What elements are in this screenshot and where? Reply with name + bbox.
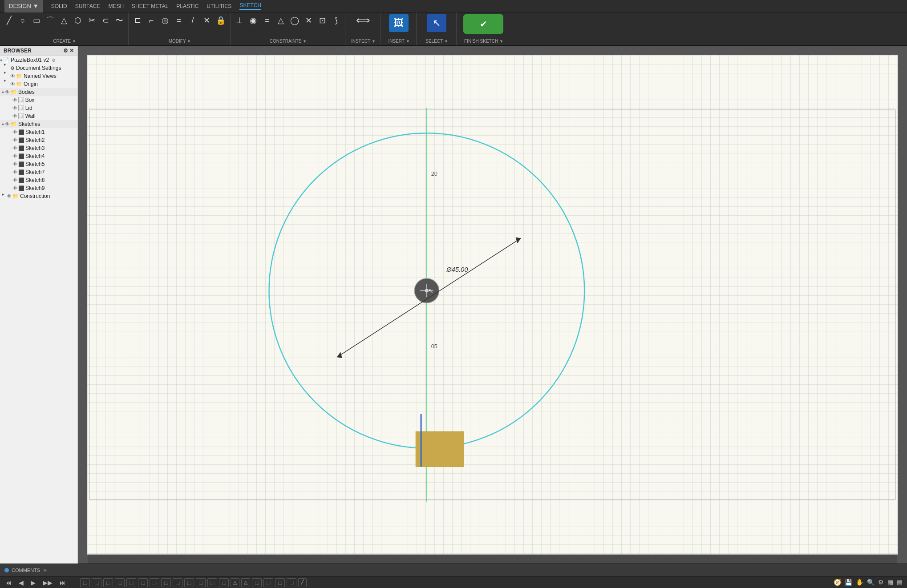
box-label: Box	[25, 97, 35, 103]
arc-tool[interactable]: ⌒	[44, 14, 57, 27]
tab-sketch[interactable]: SKETCH	[239, 2, 261, 10]
status-save[interactable]: 💾	[845, 579, 852, 586]
timeline-tool-19[interactable]: ⬚	[287, 578, 296, 587]
timeline-tool-11[interactable]: ⬚	[196, 578, 206, 587]
insert-tool[interactable]: 🖼	[389, 14, 409, 32]
sidebar-item-sketch8[interactable]: 👁 ⬛ Sketch8	[0, 176, 77, 184]
timeline-tool-9[interactable]: ⬚	[173, 578, 182, 587]
equal-tool[interactable]: =	[173, 14, 185, 27]
origin-arrow: ▾	[2, 80, 7, 89]
timeline-next[interactable]: ▶▶	[41, 578, 54, 587]
sidebar-item-sketch9[interactable]: 👁 ⬛ Sketch9	[0, 184, 77, 192]
timeline-tool-4[interactable]: ⬚	[115, 578, 125, 587]
sketch2-eye: 👁	[12, 137, 17, 143]
status-gear[interactable]: ⚙	[878, 579, 884, 586]
timeline-prev[interactable]: ◀	[17, 578, 25, 587]
settings-icon[interactable]: ⚙	[52, 58, 56, 63]
timeline-tool-2[interactable]: ⬚	[92, 578, 101, 587]
constraint5-tool[interactable]: ◯	[288, 14, 301, 27]
svg-text:20: 20	[431, 170, 437, 177]
timeline-end[interactable]: ⏭	[58, 578, 68, 587]
timeline-tool-15[interactable]: △	[241, 578, 250, 587]
trim-tool[interactable]: ✂	[85, 14, 98, 27]
sidebar-item-wall[interactable]: 👁 □ Wall	[0, 112, 77, 120]
constraint2-tool[interactable]: ◉	[247, 14, 259, 27]
fillet-tool[interactable]: ⌐	[145, 14, 158, 27]
status-hand[interactable]: ✋	[856, 579, 863, 586]
timeline-tool-16[interactable]: ⬚	[252, 578, 262, 587]
timeline-tool-1[interactable]: ⬚	[80, 578, 90, 587]
sketch7-icon: ⬛	[18, 169, 24, 175]
sidebar-item-doc-settings[interactable]: ▾ ⚙ Document Settings	[0, 64, 77, 72]
sidebar-item-sketch1[interactable]: 👁 ⬛ Sketch1	[0, 128, 77, 136]
tab-solid[interactable]: SOLID	[51, 3, 67, 9]
inspect-label: INSPECT	[351, 39, 370, 44]
triangle-tool[interactable]: △	[58, 14, 70, 27]
tab-surface[interactable]: SURFACE	[75, 3, 101, 9]
timeline-tool-5[interactable]: ⬚	[126, 578, 136, 587]
finish-sketch-button[interactable]: ✔	[463, 14, 503, 34]
comments-expand[interactable]: ▶ ──────────────────────────────────────…	[44, 567, 250, 573]
tab-plastic[interactable]: PLASTIC	[176, 3, 198, 9]
timeline-tool-10[interactable]: ⬚	[184, 578, 194, 587]
status-grid2[interactable]: ▤	[897, 579, 903, 586]
project-root[interactable]: ▾ 📄 PuzzleBox01 v2 ⚙	[0, 56, 77, 64]
circle-tool[interactable]: ○	[16, 14, 29, 27]
tab-mesh[interactable]: MESH	[108, 3, 124, 9]
timeline-tool-7[interactable]: ⬚	[150, 578, 159, 587]
wall-eye: 👁	[12, 113, 17, 119]
timeline-tool-14[interactable]: △	[231, 578, 239, 587]
sidebar-item-sketch7[interactable]: 👁 ⬛ Sketch7	[0, 168, 77, 176]
slash-tool[interactable]: /	[186, 14, 199, 27]
sidebar-item-construction[interactable]: ▾ 👁 📁 Construction	[0, 192, 77, 200]
tab-sheetmetal[interactable]: SHEET METAL	[132, 3, 168, 9]
timeline-play[interactable]: ▶	[29, 578, 37, 587]
constraint3-tool[interactable]: =	[261, 14, 273, 27]
sidebar-item-sketch2[interactable]: 👁 ⬛ Sketch2	[0, 136, 77, 144]
sidebar-item-origin[interactable]: ▾ 👁 📁 Origin	[0, 80, 77, 88]
left-handle[interactable]	[78, 279, 86, 301]
select-tool[interactable]: ↖	[427, 14, 446, 32]
lock-tool[interactable]: 🔒	[214, 14, 227, 27]
project-tool[interactable]: ◎	[159, 14, 171, 27]
sidebar-item-sketches[interactable]: ▾ 👁 📁 Sketches	[0, 120, 77, 128]
sidebar-item-named-views[interactable]: ▾ 👁 📁 Named Views	[0, 72, 77, 80]
offset-tool[interactable]: ⊏	[131, 14, 144, 27]
sidebar-item-sketch4[interactable]: 👁 ⬛ Sketch4	[0, 152, 77, 160]
sketch5-eye: 👁	[12, 161, 17, 167]
sidebar-item-box[interactable]: 👁 □ Box	[0, 96, 77, 104]
status-compass[interactable]: 🧭	[834, 579, 841, 586]
right-handle[interactable]	[899, 279, 907, 301]
status-zoom[interactable]: 🔍	[867, 579, 875, 586]
arc2-tool[interactable]: ⊂	[99, 14, 112, 27]
zigzag-tool[interactable]: 〜	[113, 14, 126, 27]
timeline-tool-18[interactable]: ⬚	[275, 578, 285, 587]
status-grid1[interactable]: ▦	[887, 579, 893, 586]
inspect-tool[interactable]: ⟺	[354, 14, 372, 27]
poly-tool[interactable]: ⬡	[72, 14, 84, 27]
constraint6-tool[interactable]: ✕	[302, 14, 315, 27]
x-tool[interactable]: ✕	[200, 14, 213, 27]
tab-utilities[interactable]: UTILITIES	[207, 3, 231, 9]
sketch-canvas[interactable]: 20 05 ↖ Ø45.00	[87, 55, 898, 555]
timeline-tool-12[interactable]: ⬚	[207, 578, 217, 587]
constraint4-tool[interactable]: △	[275, 14, 287, 27]
constraint8-tool[interactable]: ⟆	[330, 14, 342, 27]
design-button[interactable]: DESIGN ▼	[4, 0, 43, 14]
timeline-tool-3[interactable]: ⬚	[103, 578, 113, 587]
constraint7-tool[interactable]: ⊡	[316, 14, 328, 27]
timeline-tool-6[interactable]: ⬚	[138, 578, 148, 587]
timeline-start[interactable]: ⏮	[4, 578, 13, 587]
timeline-tool-13[interactable]: ⬚	[219, 578, 229, 587]
timeline-tool-17[interactable]: ⬚	[263, 578, 273, 587]
timeline-tool-20[interactable]: ╱	[298, 578, 307, 587]
constraint1-tool[interactable]: ⊥	[233, 14, 246, 27]
browser-options[interactable]: ⚙ ✕	[63, 48, 74, 54]
timeline-tool-8[interactable]: ⬚	[161, 578, 171, 587]
line-tool[interactable]: ╱	[3, 14, 15, 27]
sidebar-item-lid[interactable]: 👁 □ Lid	[0, 104, 77, 112]
sidebar-item-sketch5[interactable]: 👁 ⬛ Sketch5	[0, 160, 77, 168]
sidebar-item-bodies[interactable]: ▾ 👁 📁 Bodies	[0, 88, 77, 96]
sidebar-item-sketch3[interactable]: 👁 ⬛ Sketch3	[0, 144, 77, 152]
rectangle-tool[interactable]: ▭	[30, 14, 43, 27]
